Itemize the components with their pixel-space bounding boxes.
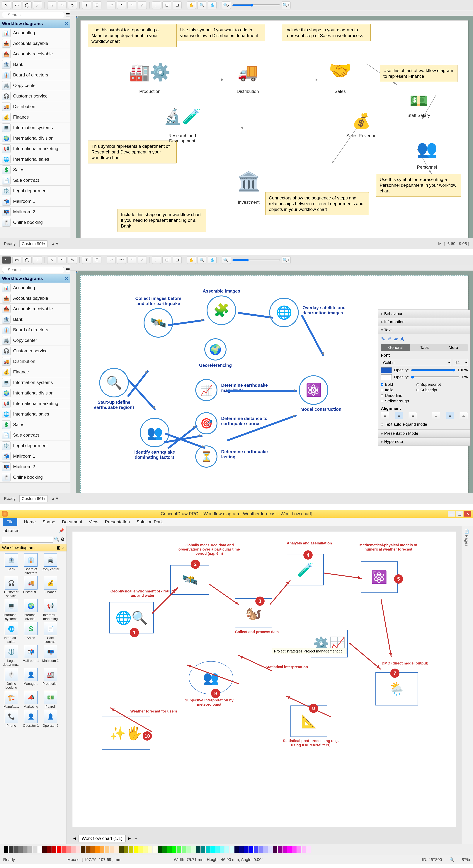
node-personnel[interactable]: 👥 Personnel (406, 133, 448, 170)
section-behaviour[interactable]: Behaviour (378, 310, 470, 318)
node-9[interactable]: 👥 (189, 661, 233, 694)
color-swatch[interactable] (81, 846, 85, 853)
library-item[interactable]: 👔Board of directors (0, 70, 70, 80)
library-item[interactable]: 💰Finance (0, 112, 70, 122)
eyedropper-icon[interactable]: 💧 (208, 1, 216, 9)
color-swatch[interactable] (172, 846, 176, 853)
library-shape[interactable]: 👤Operator 1 (22, 710, 40, 727)
color-swatch[interactable] (306, 846, 311, 853)
library-item[interactable]: 📬Mailroom 1 (0, 196, 70, 207)
connector-tool-icon[interactable]: ↘ (47, 256, 56, 264)
node-investment[interactable]: 🏛️ Investment (225, 163, 273, 205)
library-item[interactable]: 📊Accounting (0, 28, 70, 38)
connector3-icon[interactable]: ↯ (68, 1, 77, 9)
menu-shape[interactable]: Shape (42, 519, 55, 525)
section-hypernote[interactable]: Hypernote (378, 437, 470, 446)
node-sales[interactable]: 🤝 Sales (321, 52, 359, 94)
library-item[interactable]: 🚚Distribution (0, 101, 70, 112)
library-item[interactable]: 📄Sale contract (0, 430, 70, 440)
eyedropper-icon[interactable]: 💧 (208, 256, 216, 264)
library-shape[interactable]: 🖱️Online booking (2, 668, 21, 690)
library-category[interactable]: Workflow diagrams ▣ ✕ (0, 544, 66, 552)
connector3-icon[interactable]: ↯ (68, 256, 77, 264)
bold-checkbox[interactable] (381, 383, 383, 386)
layout1-icon[interactable]: ⬚ (152, 1, 161, 9)
library-item[interactable]: 💲Sales (0, 164, 70, 175)
color-swatch[interactable] (37, 846, 42, 853)
color-swatch[interactable] (9, 846, 13, 853)
zoom-indicator[interactable]: Custom 80% (20, 241, 48, 247)
color-swatch[interactable] (196, 846, 201, 853)
library-item[interactable]: 📬Mailroom 1 (0, 451, 70, 462)
color-swatch[interactable] (52, 846, 56, 853)
valign-mid-icon[interactable]: ≡ (446, 412, 454, 420)
curve-tool-icon[interactable]: 〰 (117, 1, 126, 9)
library-options-icon[interactable]: ☰ (66, 267, 70, 273)
library-item[interactable]: 📤Accounts receivable (0, 49, 70, 59)
library-shape[interactable]: 📄Sale contract (41, 622, 60, 644)
text-color-swatch[interactable] (381, 367, 392, 373)
library-shape[interactable]: 🌍Internati... division (22, 599, 40, 621)
color-swatch[interactable] (153, 846, 157, 853)
arrow-tool-icon[interactable]: ↗ (107, 1, 116, 9)
hand-tool-icon[interactable]: ✋ (187, 256, 196, 264)
ellipse-tool-icon[interactable]: ◯ (23, 256, 32, 264)
color-swatch[interactable] (129, 846, 133, 853)
rect-tool-icon[interactable]: ▭ (12, 1, 21, 9)
library-item[interactable]: 🖱️Online booking (0, 472, 70, 483)
color-swatch[interactable] (206, 846, 210, 853)
color-swatch[interactable] (167, 846, 172, 853)
zoom-slider[interactable] (232, 4, 280, 7)
library-shape[interactable]: 🌐Internati... sales (2, 622, 21, 644)
zoom-indicator[interactable]: Custom 66% (20, 495, 48, 502)
color-swatch[interactable] (28, 846, 32, 853)
color-swatch[interactable] (119, 846, 124, 853)
library-item[interactable]: 🖱️Online booking (0, 217, 70, 228)
node-overlay[interactable]: 🌐 Overlay satellite and destruction imag… (269, 298, 299, 330)
auto-expand-checkbox[interactable] (381, 423, 383, 426)
library-shape[interactable]: ⚖️Legal departme... (2, 645, 21, 667)
canvas-viewport[interactable]: Use this symbol for representing a Manuf… (76, 16, 473, 238)
library-item[interactable]: 📄Sale contract (0, 175, 70, 186)
prev-page-icon[interactable]: ◄ (72, 836, 77, 841)
line-tool-icon[interactable]: ／ (33, 1, 42, 9)
tree-tool-icon[interactable]: ⑃ (138, 1, 147, 9)
bg-color-swatch[interactable] (381, 374, 392, 380)
layout3-icon[interactable]: ⊟ (173, 1, 182, 9)
minimize-button[interactable]: — (448, 511, 455, 517)
node-3[interactable]: 🐿️ (235, 598, 272, 628)
valign-top-icon[interactable]: ⫠ (432, 412, 440, 420)
font-icon[interactable]: A (400, 336, 404, 342)
color-swatch[interactable] (76, 846, 80, 853)
valign-bottom-icon[interactable]: ⫠ (460, 412, 468, 420)
node-production[interactable]: 🏭⚙️ Production (128, 56, 171, 94)
note-tool-icon[interactable]: 🗒 (93, 1, 101, 9)
library-item[interactable]: 📭Mailroom 2 (0, 207, 70, 217)
color-swatch[interactable] (86, 846, 90, 853)
color-swatch[interactable] (234, 846, 239, 853)
color-swatch[interactable] (215, 846, 220, 853)
node-staff-salary[interactable]: 💵 Staff Salary (400, 89, 437, 118)
text-opacity-slider[interactable] (411, 369, 455, 372)
library-item[interactable]: 📊Accounting (0, 283, 70, 293)
library-shape[interactable]: 🏦Bank (2, 553, 21, 575)
color-swatch[interactable] (148, 846, 152, 853)
color-swatch[interactable] (292, 846, 297, 853)
library-shape[interactable]: 📢Internati... marketing (41, 599, 60, 621)
strike-checkbox[interactable] (381, 400, 383, 402)
align-center-icon[interactable]: ≡ (395, 412, 403, 420)
layout2-icon[interactable]: ⊞ (162, 256, 171, 264)
color-swatch[interactable] (244, 846, 248, 853)
node-sales-revenue[interactable]: 💰 Sales Revenue (343, 109, 380, 138)
library-shape[interactable]: 📬Mailroom 1 (22, 645, 40, 667)
font-size-select[interactable]: 14 (453, 359, 468, 366)
library-shape[interactable]: 💻Informati... systems (2, 599, 21, 621)
curve-tool-icon[interactable]: 〰 (117, 256, 126, 264)
color-swatch[interactable] (302, 846, 306, 853)
section-text[interactable]: Text (378, 326, 470, 334)
library-item[interactable]: ⚖️Legal department (0, 440, 70, 451)
library-item[interactable]: 🏦Bank (0, 314, 70, 325)
color-swatch[interactable] (13, 846, 18, 853)
library-shape[interactable]: 📭Mailroom 2 (41, 645, 60, 667)
library-item[interactable]: 🌐International sales (0, 409, 70, 420)
